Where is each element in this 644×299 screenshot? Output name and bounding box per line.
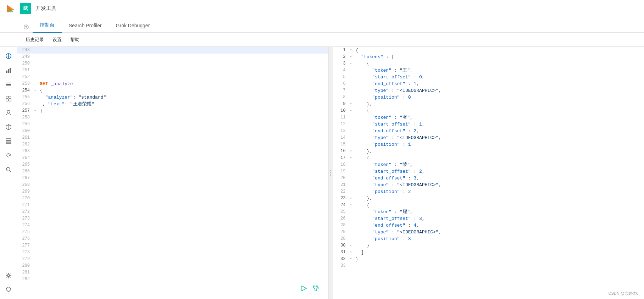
fold-arrow[interactable]: ▾	[350, 54, 354, 60]
line-content	[38, 269, 328, 276]
fold-arrow	[350, 141, 354, 148]
fold-arrow	[34, 229, 38, 236]
line-content: "end_offset" : 3,	[354, 175, 644, 182]
svg-rect-8	[6, 84, 11, 85]
fold-arrow[interactable]: ▾	[350, 60, 354, 67]
line-number: 271	[17, 202, 34, 209]
right-code-editor[interactable]: 1▾{2▾ "tokens" : [3▾ {4 "token" : "王",5 …	[333, 47, 644, 299]
sidebar-icon-search[interactable]	[2, 163, 15, 176]
left-code-editor[interactable]: 248249250251252253GET _analyze254▾{255 "…	[17, 47, 328, 299]
run-button[interactable]	[299, 283, 309, 293]
fold-arrow[interactable]: ▾	[350, 195, 354, 202]
fold-arrow	[350, 236, 354, 242]
fold-arrow[interactable]: ▾	[350, 155, 354, 161]
line-number: 280	[17, 262, 34, 269]
line-content	[38, 188, 328, 195]
code-line: 14 "type" : "<IDEOGRAPHIC>",	[333, 134, 644, 141]
fold-arrow	[350, 182, 354, 188]
tools-button[interactable]	[311, 283, 321, 293]
tab-console[interactable]: 控制台	[33, 18, 62, 33]
sidebar-icon-home[interactable]	[2, 50, 15, 62]
fold-arrow[interactable]: ▾	[350, 249, 354, 256]
line-content	[38, 155, 328, 161]
sidebar-icon-cube[interactable]	[2, 121, 15, 133]
line-content: {	[354, 107, 644, 114]
sidebar-icon-settings[interactable]	[2, 269, 15, 282]
sidebar-icon-refresh[interactable]	[2, 149, 15, 162]
fold-arrow[interactable]: ▾	[350, 101, 354, 107]
fold-arrow	[34, 161, 38, 168]
line-number: 23	[333, 195, 350, 202]
code-line: 252	[17, 74, 328, 81]
line-number: 28	[333, 236, 350, 242]
svg-rect-11	[9, 96, 11, 98]
code-line: 3▾ {	[333, 60, 644, 67]
sidebar-icon-data[interactable]	[2, 92, 15, 105]
line-content	[38, 134, 328, 141]
line-content: {	[354, 47, 644, 54]
line-number: 282	[17, 276, 34, 283]
line-number: 16	[333, 148, 350, 155]
fold-arrow	[34, 202, 38, 209]
app-title: 开发工具	[35, 5, 57, 12]
fold-arrow[interactable]: ▾	[350, 256, 354, 262]
kibana-logo-icon	[6, 4, 16, 13]
line-number: 253	[17, 81, 34, 87]
fold-arrow[interactable]: ▾	[350, 148, 354, 155]
fold-arrow[interactable]: ▾	[34, 107, 38, 114]
line-number: 249	[17, 54, 34, 60]
line-content: ]	[354, 249, 644, 256]
code-line: 271	[17, 202, 328, 209]
fold-arrow	[34, 74, 38, 81]
fold-arrow	[34, 215, 38, 222]
line-number: 7	[333, 87, 350, 94]
toolbar-help[interactable]: 帮助	[66, 34, 84, 46]
sidebar-icon-layers[interactable]	[2, 78, 15, 91]
fold-arrow[interactable]: ▾	[34, 87, 38, 94]
tab-search-profiler[interactable]: Search Profiler	[62, 19, 109, 33]
back-button[interactable]	[21, 22, 31, 32]
code-line: 253GET _analyze	[17, 81, 328, 87]
pane-divider[interactable]	[329, 47, 333, 299]
code-line: 25 "token" : "耀",	[333, 209, 644, 215]
line-content: }	[354, 242, 644, 249]
fold-arrow[interactable]: ▾	[350, 242, 354, 249]
line-content	[38, 161, 328, 168]
fold-arrow[interactable]: ▾	[350, 202, 354, 209]
line-content: "start_offset" : 1,	[354, 121, 644, 128]
svg-rect-4	[6, 71, 7, 73]
code-line: 28 "end_offset" : 4,	[333, 222, 644, 229]
toolbar-settings[interactable]: 设置	[48, 34, 66, 46]
toolbar-history[interactable]: 历史记录	[21, 34, 48, 46]
line-number: 252	[17, 74, 34, 81]
svg-rect-5	[8, 69, 9, 73]
line-number: 2	[333, 54, 350, 60]
line-content: },	[354, 148, 644, 155]
fold-arrow[interactable]: ▾	[350, 47, 354, 54]
line-number: 32	[333, 256, 350, 262]
fold-arrow	[350, 121, 354, 128]
line-number: 270	[17, 195, 34, 202]
line-content: "tokens" : [	[354, 54, 644, 60]
code-line: 29 "type" : "<IDEOGRAPHIC>",	[333, 229, 644, 236]
sidebar-icon-stack[interactable]	[2, 135, 15, 148]
fold-arrow[interactable]: ▾	[350, 107, 354, 114]
line-number: 28	[333, 222, 350, 229]
line-content	[38, 182, 328, 188]
line-content: }	[38, 107, 328, 114]
line-content	[38, 249, 328, 256]
sidebar-icon-heart[interactable]	[2, 283, 15, 296]
line-content	[38, 128, 328, 134]
tab-grok-debugger[interactable]: Grok Debugger	[109, 19, 157, 33]
code-line: 267	[17, 175, 328, 182]
line-content: GET _analyze	[38, 81, 328, 87]
line-content	[38, 262, 328, 269]
sidebar-icon-chart[interactable]	[2, 64, 15, 77]
fold-arrow	[34, 60, 38, 67]
fold-arrow	[34, 54, 38, 60]
line-content: "token" : "者",	[354, 114, 644, 121]
line-content	[38, 209, 328, 215]
sidebar-icon-user[interactable]	[2, 106, 15, 119]
line-content: "type" : "<IDEOGRAPHIC>",	[354, 87, 644, 94]
line-number: 3	[333, 60, 350, 67]
